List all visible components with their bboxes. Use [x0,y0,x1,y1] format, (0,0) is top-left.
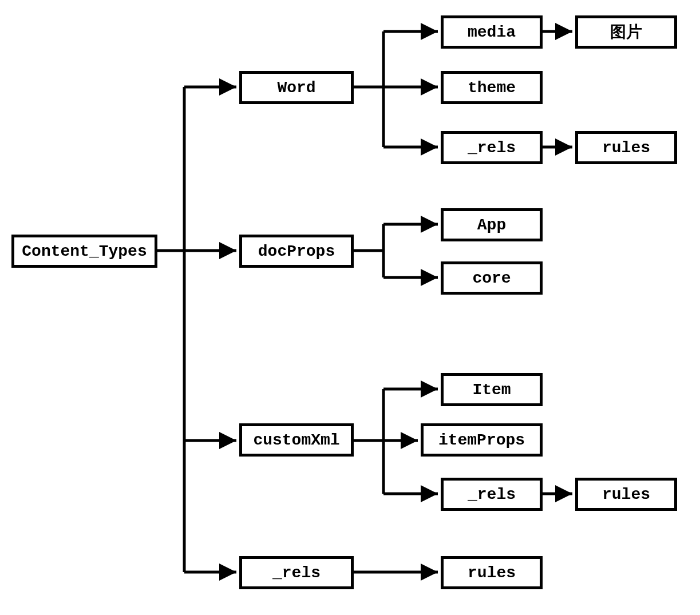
node-label: customXml [253,431,339,449]
node-label: itemProps [438,431,525,449]
node-theme: theme [441,71,543,104]
node-image: 图片 [575,15,677,49]
node-label: theme [468,79,516,97]
node-word-rels: _rels [441,131,543,164]
node-label: _rels [272,564,321,582]
node-word: Word [239,71,354,104]
node-customxml-rules: rules [575,478,677,511]
node-docprops: docProps [239,235,354,268]
node-label: _rels [468,139,516,157]
node-label: rules [468,564,516,582]
node-content-types: Content_Types [11,235,157,268]
node-label: App [477,216,506,234]
node-label: Word [277,79,315,97]
node-label: _rels [468,486,516,503]
node-media: media [441,15,543,49]
node-customxml-rels: _rels [441,478,543,511]
node-label: docProps [258,243,335,260]
node-label: rules [602,486,650,503]
node-rels: _rels [239,556,354,589]
node-bottom-rules: rules [441,556,543,589]
node-label: Item [472,381,511,399]
node-label: media [468,23,516,41]
node-label: 图片 [610,21,642,43]
node-item: Item [441,373,543,406]
node-word-rules: rules [575,131,677,164]
node-itemprops: itemProps [421,423,543,457]
node-label: core [472,269,511,287]
node-core: core [441,261,543,295]
node-customxml: customXml [239,423,354,457]
node-label: rules [602,139,650,157]
node-label: Content_Types [22,243,147,260]
node-app: App [441,208,543,241]
